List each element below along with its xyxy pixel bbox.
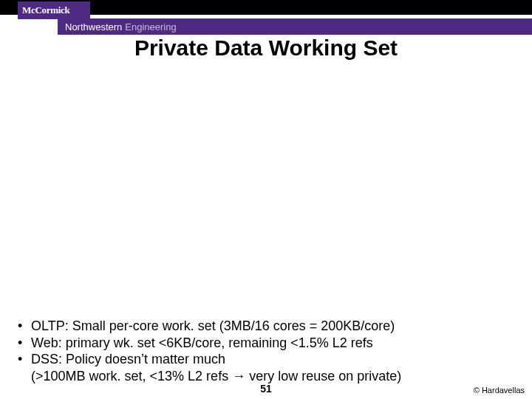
bullet-text: OLTP: Small per-core work. set (3MB/16 c… [31, 318, 517, 335]
logo-text: McCormick [22, 4, 69, 16]
copyright-text: © Hardavellas [474, 386, 525, 395]
slide-title: Private Data Working Set [0, 35, 532, 61]
subbrand-engineering: Engineering [125, 21, 176, 33]
mccormick-logo: McCormick [18, 1, 90, 19]
page-number: 51 [0, 383, 532, 395]
bullet-dot: • [15, 318, 31, 335]
subbrand-northwestern: Northwestern [65, 21, 122, 33]
bullet-text: Web: primary wk. set <6KB/core, remainin… [31, 335, 517, 352]
list-item: • DSS: Policy doesn’t matter much [15, 351, 517, 368]
list-item: • OLTP: Small per-core work. set (3MB/16… [15, 318, 517, 335]
bullet-text: DSS: Policy doesn’t matter much [31, 351, 517, 368]
bullet-dot: • [15, 335, 31, 352]
bullet-text: (>100MB work. set, <13% L2 refs → very l… [31, 368, 517, 385]
bullet-dot: • [15, 351, 31, 368]
bullet-list: • OLTP: Small per-core work. set (3MB/16… [15, 318, 517, 384]
list-item: • Web: primary wk. set <6KB/core, remain… [15, 335, 517, 352]
northwestern-engineering-bar: Northwestern Engineering [58, 18, 532, 35]
list-item-continuation: (>100MB work. set, <13% L2 refs → very l… [15, 368, 517, 385]
